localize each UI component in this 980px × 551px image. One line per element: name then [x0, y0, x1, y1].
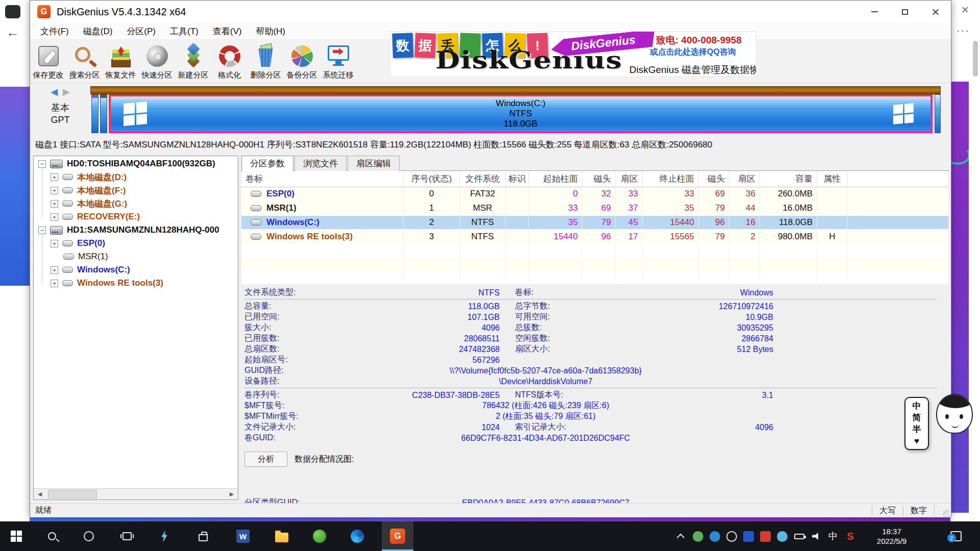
volume-status[interactable]	[808, 521, 824, 551]
scroll-right-icon[interactable]: ▶	[226, 489, 238, 499]
close-icon[interactable]	[962, 6, 969, 13]
expand-icon[interactable]: +	[51, 280, 58, 287]
menu-help[interactable]: 帮助(H)	[249, 26, 292, 37]
prev-disk-arrow-icon[interactable]: ◀	[51, 87, 58, 97]
tab-browse-files[interactable]: 浏览文件	[295, 156, 347, 171]
re-tools-partition-block[interactable]	[935, 94, 941, 133]
scroll-left-icon[interactable]: ◀	[34, 489, 46, 499]
col-start-cylinder[interactable]: 起始柱面	[529, 171, 582, 187]
tree-item-recovery-e[interactable]: + RECOVERY(E:)	[34, 210, 238, 223]
analyze-button[interactable]: 分析	[244, 452, 287, 467]
table-row-windows-c-selected[interactable]: Windows(C:) 2 NTFS 35 79 45 15440 96 16 …	[241, 216, 949, 230]
ad-banner[interactable]: 数 据 丢 怎 么 ! DiskGenius DiskGenius 致电: 40…	[390, 31, 756, 77]
expand-icon[interactable]: +	[51, 266, 58, 274]
tray-icon-3[interactable]	[724, 521, 739, 551]
esp-partition-block[interactable]	[91, 94, 99, 133]
search-partition-button[interactable]: 搜索分区	[66, 40, 103, 80]
close-button[interactable]	[920, 1, 951, 23]
col-start-sector[interactable]: 扇区	[616, 171, 643, 187]
system-migration-button[interactable]: 系统迁移	[320, 40, 356, 80]
scrollbar-track[interactable]	[46, 489, 226, 499]
menu-file[interactable]: 文件(F)	[33, 26, 76, 37]
expand-icon[interactable]: +	[51, 173, 58, 181]
scrollbar-thumb[interactable]	[973, 41, 978, 77]
selected-partition-block[interactable]: Windows(C:) NTFS 118.0GB	[109, 94, 933, 133]
collapse-icon[interactable]: −	[38, 227, 46, 234]
recover-files-button[interactable]: 恢复文件	[103, 40, 139, 80]
table-row-msr[interactable]: MSR(1) 1 MSR 33 69 37 35 79 44 16.0MB	[241, 202, 949, 216]
menu-tools[interactable]: 工具(T)	[163, 26, 206, 37]
input-language-indicator[interactable]: 中	[825, 521, 841, 551]
col-filesystem[interactable]: 文件系统	[460, 171, 506, 187]
new-partition-button[interactable]: 新建分区	[175, 40, 211, 80]
taskbar-diskgenius-active[interactable]: G	[382, 521, 413, 551]
pinned-app-word[interactable]: W	[231, 521, 255, 551]
backup-partition-button[interactable]: 备份分区	[284, 40, 320, 80]
menu-partition[interactable]: 分区(P)	[119, 26, 163, 37]
col-capacity[interactable]: 容量	[760, 171, 817, 187]
back-arrow-icon[interactable]: ←	[6, 24, 19, 40]
next-disk-arrow-icon[interactable]: ▶	[63, 87, 70, 97]
col-end-sector[interactable]: 扇区	[729, 171, 760, 187]
battery-status[interactable]	[791, 521, 807, 551]
tray-icon-2[interactable]	[707, 521, 722, 551]
msr-partition-block[interactable]	[100, 94, 107, 133]
tree-horizontal-scrollbar[interactable]: ◀ ▶	[34, 488, 238, 499]
pinned-app-bolt[interactable]	[152, 521, 177, 551]
action-center-button[interactable]: 2	[942, 521, 970, 551]
collapse-icon[interactable]: −	[38, 160, 46, 168]
table-row-windows-re-tools[interactable]: Windows RE tools(3) 3 NTFS 15440 96 17 1…	[241, 230, 949, 244]
col-attributes[interactable]: 属性	[817, 171, 848, 187]
save-changes-button[interactable]: 保存更改	[30, 40, 66, 80]
cortana-button[interactable]	[77, 521, 101, 551]
start-button[interactable]	[4, 521, 29, 551]
col-flag[interactable]: 标识	[506, 171, 529, 187]
maximize-button[interactable]	[890, 1, 920, 23]
more-options-icon[interactable]: ···	[957, 24, 970, 36]
col-seq-status[interactable]: 序号(状态)	[404, 171, 460, 187]
tree-item-windows-re-tools[interactable]: + Windows RE tools(3)	[34, 277, 238, 290]
tray-icon-1[interactable]	[690, 521, 705, 551]
tree-item-hd1[interactable]: − HD1:SAMSUNGMZNLN128HAHQ-000	[34, 223, 238, 237]
resize-grip[interactable]	[934, 504, 951, 518]
show-hidden-icons-button[interactable]	[673, 521, 688, 551]
format-button[interactable]: 格式化	[211, 40, 248, 80]
tray-icon-5[interactable]	[757, 521, 773, 551]
tree-item-esp[interactable]: + ESP(0)	[34, 237, 238, 250]
col-end-head[interactable]: 磁头	[699, 171, 729, 187]
menu-disk[interactable]: 磁盘(D)	[76, 26, 120, 37]
tab-partition-parameters[interactable]: 分区参数	[241, 156, 293, 171]
tray-icon-4[interactable]	[741, 521, 756, 551]
pinned-app-edge[interactable]	[345, 521, 370, 551]
delete-partition-button[interactable]: 删除分区	[248, 40, 284, 80]
tab-sector-editor[interactable]: 扇区编辑	[348, 156, 400, 171]
sogou-tray-icon[interactable]: S	[842, 521, 859, 551]
scrollbar-thumb[interactable]	[48, 490, 97, 498]
taskbar-search-button[interactable]	[40, 521, 64, 551]
col-start-head[interactable]: 磁头	[582, 171, 616, 187]
expand-icon[interactable]: +	[51, 240, 58, 247]
pinned-app-store[interactable]	[191, 521, 215, 551]
quick-partition-button[interactable]: 快速分区	[139, 40, 175, 80]
col-volume[interactable]: 卷标	[241, 171, 404, 187]
tree-item-local-g[interactable]: + 本地磁盘(G:)	[34, 197, 238, 210]
expand-icon[interactable]: +	[51, 213, 58, 221]
tray-icon-6[interactable]	[774, 521, 790, 551]
expand-icon[interactable]: +	[51, 200, 58, 208]
tree-item-msr[interactable]: MSR(1)	[34, 250, 238, 263]
tree-item-hd0[interactable]: − HD0:TOSHIBAMQ04ABF100(932GB)	[34, 157, 238, 170]
clock[interactable]: 18:37 2022/5/9	[864, 521, 920, 551]
task-view-button[interactable]	[115, 521, 139, 551]
tree-item-local-d[interactable]: + 本地磁盘(D:)	[34, 170, 238, 184]
pinned-app-file-explorer[interactable]	[270, 521, 294, 551]
tree-item-windows-c[interactable]: + Windows(C:)	[34, 263, 238, 277]
menu-view[interactable]: 查看(V)	[206, 26, 249, 37]
col-end-cylinder[interactable]: 终止柱面	[643, 171, 699, 187]
tree-item-local-f[interactable]: + 本地磁盘(F:)	[34, 184, 238, 197]
table-row-esp[interactable]: ESP(0) 0 FAT32 0 32 33 33 69 36 260.0MB	[241, 187, 949, 202]
expand-icon[interactable]: +	[51, 187, 58, 194]
minimize-button[interactable]	[859, 1, 890, 23]
ime-status-box[interactable]: 中 简 半 ♥	[904, 397, 929, 450]
pinned-app-browser[interactable]	[307, 521, 332, 551]
ad-qq-link[interactable]: 或点击此处选择QQ咨询	[650, 47, 736, 58]
